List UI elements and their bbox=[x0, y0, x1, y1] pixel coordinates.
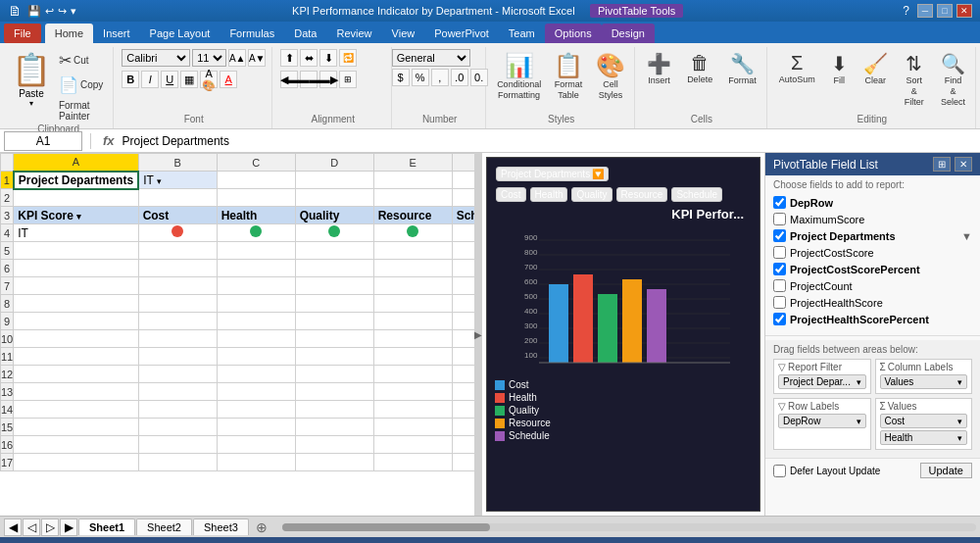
pill-cost[interactable]: Cost bbox=[496, 187, 526, 202]
tab-file[interactable]: File bbox=[4, 24, 41, 43]
field-projhealthscore[interactable]: ProjectHealthScore bbox=[773, 294, 972, 311]
cell-c4[interactable] bbox=[217, 224, 295, 242]
field-projdept-checkbox[interactable] bbox=[773, 229, 786, 242]
align-bottom-btn[interactable]: ⬇ bbox=[319, 49, 337, 67]
border-btn[interactable]: ▦ bbox=[180, 71, 198, 88]
sheet-tab-3[interactable]: Sheet3 bbox=[193, 518, 249, 535]
col-drag-arrow[interactable]: ▾ bbox=[957, 377, 962, 387]
cell-styles-btn[interactable]: 🎨 Cell Styles bbox=[591, 49, 630, 108]
tab-team[interactable]: Team bbox=[499, 24, 545, 43]
cell-f3[interactable]: Schedule bbox=[452, 207, 474, 224]
restore-btn[interactable]: □ bbox=[937, 4, 953, 18]
find-select-btn[interactable]: 🔍 Find & Select bbox=[935, 49, 971, 108]
cell-e1[interactable] bbox=[373, 172, 452, 189]
align-middle-btn[interactable]: ⬌ bbox=[300, 49, 318, 67]
field-projdept[interactable]: Project Departments ▼ bbox=[773, 227, 972, 244]
field-maxscore-checkbox[interactable] bbox=[773, 213, 786, 225]
chart-filter-bubble[interactable]: Project Departments 🔽 bbox=[496, 167, 609, 181]
decrease-decimal-btn[interactable]: 0. bbox=[470, 69, 488, 86]
font-name-select[interactable]: Calibri bbox=[122, 49, 190, 67]
cell-d2[interactable] bbox=[295, 189, 373, 207]
pill-resource[interactable]: Resource bbox=[616, 187, 668, 202]
tab-design[interactable]: Design bbox=[602, 24, 655, 43]
cell-e4[interactable] bbox=[373, 224, 452, 242]
column-labels-item[interactable]: Values ▾ bbox=[880, 374, 968, 389]
cell-f1[interactable] bbox=[452, 172, 474, 189]
tab-home[interactable]: Home bbox=[45, 24, 93, 43]
h-scroll-thumb[interactable] bbox=[282, 523, 490, 531]
pill-schedule[interactable]: Schedule bbox=[671, 187, 722, 202]
cell-f4[interactable] bbox=[452, 224, 474, 242]
tab-powerpivot[interactable]: PowerPivot bbox=[424, 24, 499, 43]
clear-btn[interactable]: 🧹 Clear bbox=[858, 49, 894, 108]
report-filter-item[interactable]: Project Depar... ▾ bbox=[778, 374, 866, 389]
percent-btn[interactable]: % bbox=[412, 69, 429, 86]
number-format-select[interactable]: General bbox=[392, 49, 470, 67]
field-deprow[interactable]: DepRow bbox=[773, 194, 972, 211]
col-header-d[interactable]: D bbox=[295, 154, 373, 172]
pivot-close-btn[interactable]: ✕ bbox=[955, 157, 972, 172]
align-right-btn[interactable]: ▬▶ bbox=[319, 71, 337, 88]
update-button[interactable]: Update bbox=[920, 463, 972, 478]
align-center-btn[interactable]: ▬▬ bbox=[300, 71, 318, 88]
field-projcount-checkbox[interactable] bbox=[773, 279, 786, 292]
tab-review[interactable]: Review bbox=[326, 24, 381, 43]
window-controls[interactable]: ? ─ □ ✕ bbox=[899, 4, 972, 18]
tab-formulas[interactable]: Formulas bbox=[220, 24, 284, 43]
fill-btn[interactable]: ⬇ Fill bbox=[825, 49, 854, 108]
quick-undo[interactable]: ↩ bbox=[45, 5, 54, 18]
quick-redo[interactable]: ↪ bbox=[58, 5, 67, 18]
underline-btn[interactable]: U bbox=[161, 71, 178, 88]
col-header-f[interactable]: F bbox=[452, 154, 474, 172]
tab-data[interactable]: Data bbox=[284, 24, 326, 43]
sort-filter-btn[interactable]: ⇅ Sort & Filter bbox=[898, 49, 931, 108]
fill-color-btn[interactable]: A🎨 bbox=[200, 71, 218, 88]
copy-button[interactable]: 📄Copy bbox=[55, 74, 107, 96]
cell-c1[interactable] bbox=[217, 172, 295, 189]
field-projhealthscorepct-checkbox[interactable] bbox=[773, 313, 786, 325]
field-projcostscore-checkbox[interactable] bbox=[773, 246, 786, 259]
font-color-btn[interactable]: A bbox=[220, 71, 237, 88]
col-header-c[interactable]: C bbox=[217, 154, 295, 172]
cell-a1[interactable]: Project Departments bbox=[14, 172, 138, 189]
scroll-last-btn[interactable]: ▶ bbox=[60, 518, 77, 536]
field-projcostscore[interactable]: ProjectCostScore bbox=[773, 244, 972, 261]
help-btn[interactable]: ? bbox=[899, 4, 913, 18]
val-cost-arrow[interactable]: ▾ bbox=[957, 417, 962, 426]
cell-d4[interactable] bbox=[295, 224, 373, 242]
align-top-btn[interactable]: ⬆ bbox=[280, 49, 298, 67]
decrease-font-btn[interactable]: A▼ bbox=[248, 49, 266, 67]
values-item-cost[interactable]: Cost ▾ bbox=[880, 414, 968, 428]
sheet-tab-2[interactable]: Sheet2 bbox=[136, 518, 192, 535]
row-drag-arrow[interactable]: ▾ bbox=[857, 417, 861, 426]
field-projhealthscore-checkbox[interactable] bbox=[773, 296, 786, 309]
field-maxscore[interactable]: MaximumScore bbox=[773, 211, 972, 227]
currency-btn[interactable]: $ bbox=[392, 69, 410, 86]
insert-btn[interactable]: ➕ Insert bbox=[641, 49, 677, 108]
cell-b1[interactable]: IT ▾ bbox=[138, 172, 217, 189]
col-header-b[interactable]: B bbox=[138, 154, 217, 172]
new-sheet-btn[interactable]: ◀ bbox=[4, 518, 22, 536]
cell-a3[interactable]: KPI Score ▾ bbox=[14, 207, 138, 224]
increase-font-btn[interactable]: A▲ bbox=[228, 49, 246, 67]
pill-quality[interactable]: Quality bbox=[571, 187, 612, 202]
insert-worksheet-icon[interactable]: ⊕ bbox=[250, 518, 273, 537]
cell-a2[interactable] bbox=[14, 189, 138, 207]
tab-options[interactable]: Options bbox=[545, 24, 602, 43]
field-projcostscorepct[interactable]: ProjectCostScorePercent bbox=[773, 261, 972, 277]
val-health-arrow[interactable]: ▾ bbox=[957, 433, 962, 443]
drag-item-arrow[interactable]: ▾ bbox=[857, 377, 861, 387]
merge-btn[interactable]: ⊞ bbox=[339, 71, 357, 88]
align-left-btn[interactable]: ◀▬ bbox=[280, 71, 298, 88]
cell-a4[interactable]: IT bbox=[14, 224, 138, 242]
cell-b2[interactable] bbox=[138, 189, 217, 207]
name-box[interactable] bbox=[4, 131, 82, 151]
conditional-formatting-btn[interactable]: 📊 Conditional Formatting bbox=[492, 49, 546, 108]
col-header-a[interactable]: A bbox=[14, 154, 138, 172]
comma-btn[interactable]: , bbox=[431, 69, 449, 86]
quick-save[interactable]: 💾 bbox=[27, 5, 41, 18]
field-projcostscorepct-checkbox[interactable] bbox=[773, 263, 786, 275]
pivot-layout-btn[interactable]: ⊞ bbox=[933, 157, 951, 172]
tab-view[interactable]: View bbox=[382, 24, 425, 43]
cell-d1[interactable] bbox=[295, 172, 373, 189]
